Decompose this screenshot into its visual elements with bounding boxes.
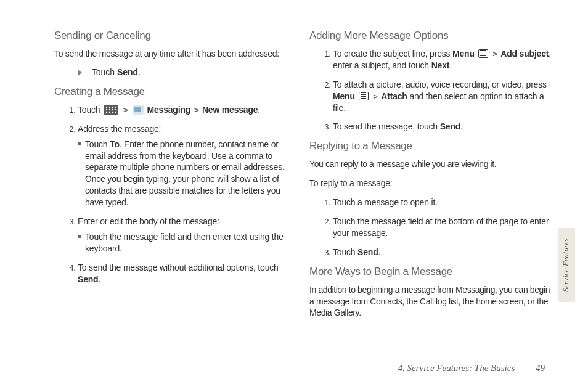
bullet-text: Touch Send. xyxy=(92,67,141,77)
adding-list: To create the subject line, press Menu >… xyxy=(309,48,551,133)
svg-point-7 xyxy=(115,109,116,110)
creating-list: Touch > Messaging > New message. Address… xyxy=(54,104,292,285)
text: . xyxy=(258,105,260,115)
chevron-right-icon: > xyxy=(373,91,377,102)
arrow-icon xyxy=(78,70,82,76)
svg-point-1 xyxy=(109,107,110,108)
text: Touch xyxy=(78,105,102,115)
text: To attach a picture, audio, voice record… xyxy=(333,80,547,89)
svg-point-5 xyxy=(109,109,110,110)
list-item: Touch the message field at the bottom of… xyxy=(333,216,551,239)
bullet-send-row: Touch Send. xyxy=(54,67,292,77)
list-item: Enter or edit the body of the message: T… xyxy=(78,216,292,255)
svg-point-6 xyxy=(112,109,113,110)
chevron-right-icon: > xyxy=(123,105,128,116)
page: Sending or Canceling To send the message… xyxy=(0,0,588,392)
text: Touch xyxy=(333,247,357,257)
content-columns: Sending or Canceling To send the message… xyxy=(0,0,588,326)
next-label: Next xyxy=(431,60,450,70)
list-item: Address the message: Touch To. Enter the… xyxy=(78,123,292,208)
messaging-label: Messaging xyxy=(145,105,190,115)
text: Enter or edit the body of the message: xyxy=(78,216,219,226)
menu-label: Menu xyxy=(333,91,355,101)
list-item: To create the subject line, press Menu >… xyxy=(333,48,551,71)
new-message-label: New message xyxy=(202,105,258,115)
side-tab-label: Service Features xyxy=(561,238,571,292)
list-item: To attach a picture, audio, voice record… xyxy=(333,79,551,114)
text: Touch xyxy=(85,139,110,149)
reply-to: To reply to a message: xyxy=(309,178,551,189)
list-item: To send the message, touch Send. xyxy=(333,121,551,133)
svg-point-9 xyxy=(109,112,110,113)
text: To send the message without additional o… xyxy=(78,263,279,272)
list-item: Touch a message to open it. xyxy=(333,197,551,208)
svg-point-8 xyxy=(106,112,107,113)
chevron-right-icon: > xyxy=(194,105,198,116)
page-number: 49 xyxy=(536,363,545,373)
side-tab: Service Features xyxy=(557,229,574,301)
svg-point-2 xyxy=(112,107,113,108)
apps-grid-icon xyxy=(104,105,118,115)
footer: 4. Service Features: The Basics 49 xyxy=(398,363,545,374)
attach-label: Attach xyxy=(381,91,407,101)
svg-point-11 xyxy=(115,112,116,113)
list-item: Touch > Messaging > New message. xyxy=(78,104,292,116)
right-column: Adding More Message Options To create th… xyxy=(309,30,551,326)
sublist-item: Touch the message field and then enter t… xyxy=(78,231,292,255)
text: . xyxy=(98,274,100,284)
to-label: To xyxy=(110,139,120,149)
svg-point-4 xyxy=(106,109,107,110)
send-label: Send xyxy=(117,67,138,77)
text: . xyxy=(378,247,381,257)
sublist: Touch the message field and then enter t… xyxy=(78,231,292,255)
heading-more-ways: More Ways to Begin a Message xyxy=(309,266,551,278)
footer-title: 4. Service Features: The Basics xyxy=(398,363,515,373)
sublist-item: Touch To. Enter the phone number, contac… xyxy=(78,139,292,208)
send-label: Send xyxy=(78,274,98,284)
menu-icon xyxy=(478,49,488,58)
menu-icon xyxy=(359,92,369,100)
text: . xyxy=(449,60,452,70)
svg-point-0 xyxy=(106,107,107,108)
text: Address the message: xyxy=(78,124,161,134)
heading-replying: Replying to a Message xyxy=(309,140,551,152)
chevron-right-icon: > xyxy=(492,49,497,60)
more-ways-paragraph: In addition to beginning a message from … xyxy=(309,284,551,319)
heading-sending: Sending or Canceling xyxy=(54,30,292,42)
heading-creating: Creating a Message xyxy=(54,86,292,98)
text: . Enter the phone number, contact name o… xyxy=(85,139,285,207)
reply-intro: You can reply to a message while you are… xyxy=(309,158,551,170)
add-subject-label: Add subject xyxy=(500,49,549,59)
text: To create the subject line, press xyxy=(333,49,452,59)
send-label: Send xyxy=(357,247,378,257)
text: Touch xyxy=(92,67,117,77)
left-column: Sending or Canceling To send the message… xyxy=(54,30,292,326)
messaging-icon xyxy=(133,105,144,115)
text: . xyxy=(138,67,141,77)
menu-label: Menu xyxy=(452,49,475,59)
svg-point-3 xyxy=(115,107,116,108)
sending-intro: To send the message at any time after it… xyxy=(54,48,292,60)
reply-list: Touch a message to open it. Touch the me… xyxy=(309,197,551,258)
send-label: Send xyxy=(440,121,460,131)
sublist: Touch To. Enter the phone number, contac… xyxy=(78,139,292,208)
heading-adding: Adding More Message Options xyxy=(309,30,551,42)
list-item: To send the message without additional o… xyxy=(78,262,292,285)
list-item: Touch Send. xyxy=(333,247,551,258)
svg-point-10 xyxy=(112,112,113,113)
text: To send the message, touch xyxy=(333,121,440,131)
text: . xyxy=(460,121,463,131)
